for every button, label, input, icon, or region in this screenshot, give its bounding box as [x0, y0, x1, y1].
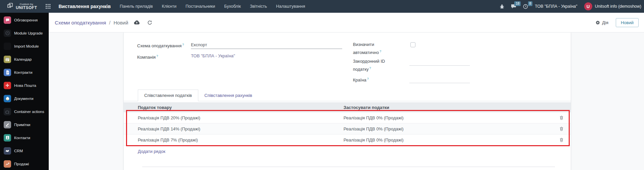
sidebar: Обговорення Module Upgrade Import Module…	[0, 13, 49, 170]
country-help-icon[interactable]: ?	[367, 77, 369, 80]
tab-tax-mapping[interactable]: Співставлення податків	[138, 90, 198, 101]
breadcrumb-separator: /	[109, 20, 111, 25]
company-switcher[interactable]: ТОВ "БПЛА - Україна"	[535, 4, 577, 9]
sidebar-item-discuss[interactable]: Обговорення	[0, 13, 49, 26]
control-panel: Схеми оподаткування / Новий Дія Н	[49, 13, 644, 33]
calendar-icon	[4, 56, 11, 63]
gear-icon	[596, 20, 600, 25]
discuss-icon	[4, 16, 11, 24]
table-body: Реалізація ПДВ 20% (Продажі) Реалізація …	[124, 112, 571, 146]
notebook-tabs: Співставлення податків Співставлення рах…	[124, 89, 571, 101]
company-field-label: Компанія?	[137, 53, 194, 61]
delete-row-icon[interactable]	[559, 126, 564, 132]
table-header: Податок товару Застосувати податки	[124, 102, 571, 112]
action-menu-label: Дія	[602, 20, 608, 25]
sidebar-item-import-module[interactable]: Import Module	[0, 40, 49, 53]
auto-detect-label: Визначити автоматично?	[353, 41, 397, 56]
bug-icon[interactable]	[500, 4, 504, 9]
breadcrumb-parent[interactable]: Схеми оподаткування	[55, 20, 106, 25]
notes-icon	[4, 121, 11, 128]
cell-product-tax[interactable]: Реалізація ПДВ 20% (Продажі)	[138, 115, 344, 120]
sidebar-item-contracts[interactable]: Контракти	[0, 66, 49, 79]
scheme-input[interactable]	[191, 41, 342, 49]
sidebar-item-notes[interactable]: Примітки	[0, 118, 49, 131]
cell-apply-tax[interactable]: Реалізація ПДВ 0% (Продажі)	[344, 126, 552, 131]
nova-poshta-icon	[4, 82, 11, 89]
foreign-tax-id-label: Закордонний ID податку?	[353, 58, 397, 73]
menu-clients[interactable]: Клієнти	[162, 4, 176, 9]
sidebar-item-nova-poshta[interactable]: Нова Пошта	[0, 79, 49, 92]
crm-icon	[4, 147, 11, 155]
user-avatar: U	[584, 2, 592, 10]
unitsoft-logo-icon	[7, 2, 13, 10]
cell-apply-tax[interactable]: Реалізація ПДВ 0% (Продажі)	[344, 137, 552, 143]
scheme-help-icon[interactable]: ?	[182, 43, 184, 46]
menu-reporting[interactable]: Звітність	[250, 4, 267, 9]
sales-icon	[4, 160, 11, 168]
messages-badge: 18	[514, 1, 521, 6]
sidebar-item-crm[interactable]: CRM	[0, 144, 49, 157]
sidebar-item-sales[interactable]: Продажі	[0, 157, 49, 170]
module-upgrade-icon	[4, 30, 11, 37]
sidebar-item-contacts[interactable]: Контакти	[0, 131, 49, 144]
activities-clock-icon[interactable]: 8	[523, 4, 528, 9]
menu-vendors[interactable]: Постачальники	[186, 4, 215, 9]
save-cloud-icon[interactable]	[134, 20, 140, 25]
cell-product-tax[interactable]: Реалізація ПДВ 7% (Продажі)	[138, 137, 344, 143]
topbar: Custom by UNITSOFT Виставлення рахунків …	[0, 0, 644, 13]
documents-icon	[4, 95, 11, 102]
discard-refresh-icon[interactable]	[147, 20, 152, 25]
menu-dashboard[interactable]: Панель приладів	[120, 4, 153, 9]
content-area: Схема оподаткування? Компанія? ТОВ "БПЛА…	[49, 33, 644, 170]
top-menu: Панель приладів Клієнти Постачальники Бу…	[120, 4, 305, 9]
container-actions-icon	[4, 108, 11, 115]
topbar-right: 18 8 ТОВ "БПЛА - Україна" U Unitsoft inf…	[500, 2, 641, 10]
foreign-tax-id-help-icon[interactable]: ?	[369, 66, 371, 70]
breadcrumb: Схеми оподаткування / Новий	[55, 20, 128, 25]
cell-apply-tax[interactable]: Реалізація ПДВ 0% (Продажі)	[344, 115, 552, 120]
tab-account-mapping[interactable]: Співставлення рахунків	[198, 90, 258, 101]
sidebar-item-calendar[interactable]: Календар	[0, 53, 49, 66]
user-name: Unitsoft info (demoshow)	[595, 4, 641, 9]
delete-row-icon[interactable]	[559, 115, 564, 121]
table-row[interactable]: Реалізація ПДВ 7% (Продажі) Реалізація П…	[124, 134, 571, 146]
new-button[interactable]: Новий	[616, 18, 639, 27]
messages-icon[interactable]: 18	[511, 4, 516, 9]
auto-detect-checkbox[interactable]	[410, 42, 415, 47]
import-module-icon	[4, 43, 11, 50]
sidebar-item-module-upgrade[interactable]: Module Upgrade	[0, 26, 49, 40]
apps-grid-icon[interactable]	[46, 4, 50, 9]
contracts-icon	[4, 69, 11, 76]
table-row[interactable]: Реалізація ПДВ 14% (Продажі) Реалізація …	[124, 123, 571, 134]
activities-badge: 8	[528, 1, 533, 6]
company-help-icon[interactable]: ?	[156, 54, 158, 58]
logo-bottom-text: UNITSOFT	[16, 6, 37, 10]
menu-accounting[interactable]: Бухоблік	[224, 4, 241, 9]
action-menu[interactable]: Дія	[596, 20, 608, 25]
section-divider	[142, 167, 555, 167]
country-input[interactable]	[409, 75, 470, 83]
column-header-apply-taxes[interactable]: Застосувати податки	[344, 105, 552, 110]
form-sheet: Схема оподаткування? Компанія? ТОВ "БПЛА…	[123, 33, 571, 170]
scheme-field-label: Схема оподаткування?	[137, 41, 194, 49]
table-row[interactable]: Реалізація ПДВ 20% (Продажі) Реалізація …	[124, 112, 571, 123]
auto-detect-help-icon[interactable]: ?	[379, 50, 381, 53]
menu-settings[interactable]: Налаштування	[276, 4, 305, 9]
sidebar-item-container-actions[interactable]: Container actions	[0, 105, 49, 118]
country-label: Країна?	[353, 75, 397, 83]
company-value-link[interactable]: ТОВ "БПЛА - Україна"	[191, 53, 235, 58]
contacts-icon	[4, 134, 11, 141]
delete-row-icon[interactable]	[559, 137, 564, 143]
add-row-link[interactable]: Додати рядок	[138, 149, 165, 154]
foreign-tax-id-input[interactable]	[409, 57, 470, 66]
app-title[interactable]: Виставлення рахунків	[58, 4, 111, 9]
breadcrumb-current: Новий	[114, 20, 128, 25]
sidebar-item-documents[interactable]: Документи	[0, 92, 49, 105]
unitsoft-logo[interactable]: Custom by UNITSOFT	[7, 2, 37, 10]
column-header-product-tax[interactable]: Податок товару	[138, 105, 344, 110]
cell-product-tax[interactable]: Реалізація ПДВ 14% (Продажі)	[138, 126, 344, 131]
user-menu[interactable]: U Unitsoft info (demoshow)	[584, 2, 641, 10]
